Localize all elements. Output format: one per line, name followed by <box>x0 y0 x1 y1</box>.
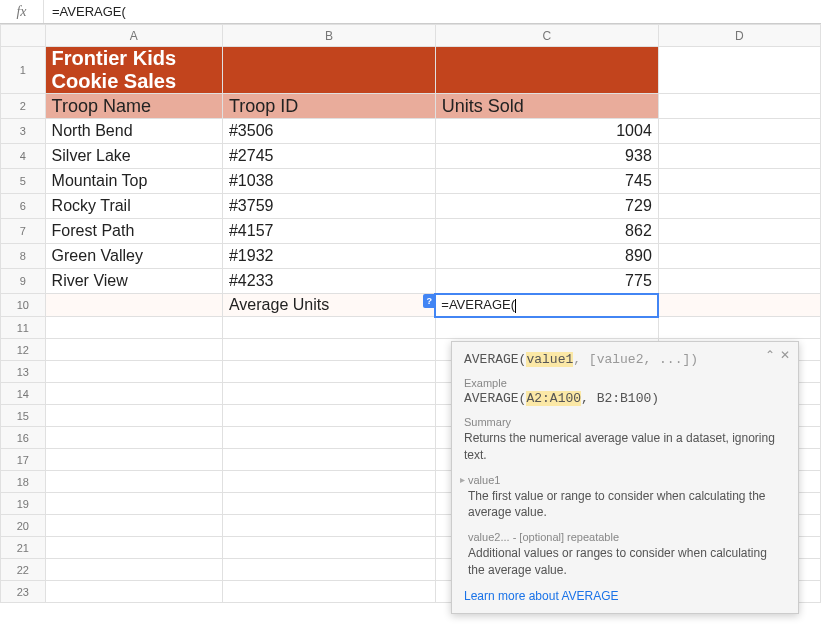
cell[interactable]: Rocky Trail <box>45 194 222 219</box>
cell[interactable] <box>658 144 820 169</box>
collapse-icon[interactable]: ⌃ <box>765 348 775 362</box>
cell[interactable] <box>658 317 820 339</box>
row-header[interactable]: 17 <box>1 449 46 471</box>
row-header[interactable]: 11 <box>1 317 46 339</box>
cell[interactable] <box>45 383 222 405</box>
col-header-b[interactable]: B <box>222 25 435 47</box>
row-header[interactable]: 20 <box>1 515 46 537</box>
cell[interactable]: #4233 <box>222 269 435 294</box>
cell[interactable] <box>222 427 435 449</box>
cell[interactable] <box>222 47 435 94</box>
cell[interactable] <box>658 47 820 94</box>
cell[interactable] <box>658 119 820 144</box>
col-header-a[interactable]: A <box>45 25 222 47</box>
cell[interactable]: 729 <box>435 194 658 219</box>
cell[interactable] <box>658 94 820 119</box>
cell[interactable] <box>45 317 222 339</box>
cell[interactable]: #1038 <box>222 169 435 194</box>
cell[interactable]: #1932 <box>222 244 435 269</box>
cell[interactable]: Green Valley <box>45 244 222 269</box>
cell[interactable] <box>45 361 222 383</box>
col-header-c[interactable]: C <box>435 25 658 47</box>
active-cell[interactable]: ? =AVERAGE( <box>435 294 658 317</box>
cell[interactable] <box>658 219 820 244</box>
cell[interactable]: 862 <box>435 219 658 244</box>
cell[interactable]: 745 <box>435 169 658 194</box>
row-header[interactable]: 13 <box>1 361 46 383</box>
col-header-d[interactable]: D <box>658 25 820 47</box>
formula-help-badge[interactable]: ? <box>423 294 435 308</box>
title-cell[interactable]: Frontier Kids Cookie Sales <box>45 47 222 94</box>
cell[interactable]: North Bend <box>45 119 222 144</box>
cell[interactable]: 775 <box>435 269 658 294</box>
cell[interactable] <box>45 294 222 317</box>
cell[interactable]: #4157 <box>222 219 435 244</box>
cell[interactable] <box>658 194 820 219</box>
cell[interactable] <box>658 244 820 269</box>
cell[interactable] <box>45 405 222 427</box>
cell[interactable]: River View <box>45 269 222 294</box>
row-header[interactable]: 9 <box>1 269 46 294</box>
row-header[interactable]: 6 <box>1 194 46 219</box>
cell[interactable]: #3506 <box>222 119 435 144</box>
formula-input[interactable]: =AVERAGE( <box>44 0 821 23</box>
cell[interactable] <box>222 493 435 515</box>
cell[interactable] <box>45 537 222 559</box>
row-header[interactable]: 19 <box>1 493 46 515</box>
cell[interactable]: #3759 <box>222 194 435 219</box>
cell[interactable] <box>222 339 435 361</box>
cell[interactable] <box>222 515 435 537</box>
cell[interactable] <box>222 449 435 471</box>
row-header[interactable]: 18 <box>1 471 46 493</box>
row-header[interactable]: 4 <box>1 144 46 169</box>
cell[interactable]: Silver Lake <box>45 144 222 169</box>
row-header[interactable]: 12 <box>1 339 46 361</box>
header-cell[interactable]: Units Sold <box>435 94 658 119</box>
header-cell[interactable]: Troop Name <box>45 94 222 119</box>
cell[interactable]: Mountain Top <box>45 169 222 194</box>
cell[interactable] <box>222 361 435 383</box>
row-header[interactable]: 7 <box>1 219 46 244</box>
cell[interactable] <box>45 493 222 515</box>
cell[interactable] <box>45 581 222 603</box>
row-header[interactable]: 8 <box>1 244 46 269</box>
cell[interactable] <box>222 317 435 339</box>
row-header[interactable]: 1 <box>1 47 46 94</box>
select-all-corner[interactable] <box>1 25 46 47</box>
learn-more-link[interactable]: Learn more about AVERAGE <box>464 589 786 603</box>
cell[interactable] <box>222 471 435 493</box>
cell[interactable]: 938 <box>435 144 658 169</box>
row-header[interactable]: 3 <box>1 119 46 144</box>
cell[interactable] <box>222 405 435 427</box>
cell[interactable] <box>45 339 222 361</box>
row-header[interactable]: 23 <box>1 581 46 603</box>
cell[interactable] <box>45 471 222 493</box>
cell[interactable] <box>222 537 435 559</box>
summary-label-cell[interactable]: Average Units <box>222 294 435 317</box>
cell[interactable] <box>435 317 658 339</box>
cell[interactable] <box>45 559 222 581</box>
cell[interactable] <box>222 383 435 405</box>
cell[interactable]: 890 <box>435 244 658 269</box>
cell[interactable] <box>658 294 820 317</box>
row-header[interactable]: 2 <box>1 94 46 119</box>
cell[interactable] <box>45 515 222 537</box>
cell[interactable] <box>435 47 658 94</box>
row-header[interactable]: 21 <box>1 537 46 559</box>
header-cell[interactable]: Troop ID <box>222 94 435 119</box>
cell[interactable] <box>45 427 222 449</box>
cell[interactable]: 1004 <box>435 119 658 144</box>
row-header[interactable]: 22 <box>1 559 46 581</box>
cell[interactable] <box>222 581 435 603</box>
cell[interactable] <box>45 449 222 471</box>
cell[interactable] <box>222 559 435 581</box>
row-header[interactable]: 14 <box>1 383 46 405</box>
cell[interactable] <box>658 269 820 294</box>
row-header[interactable]: 10 <box>1 294 46 317</box>
row-header[interactable]: 5 <box>1 169 46 194</box>
cell[interactable]: #2745 <box>222 144 435 169</box>
row-header[interactable]: 16 <box>1 427 46 449</box>
fx-icon[interactable]: fx <box>0 0 44 23</box>
row-header[interactable]: 15 <box>1 405 46 427</box>
close-icon[interactable]: ✕ <box>780 348 790 362</box>
